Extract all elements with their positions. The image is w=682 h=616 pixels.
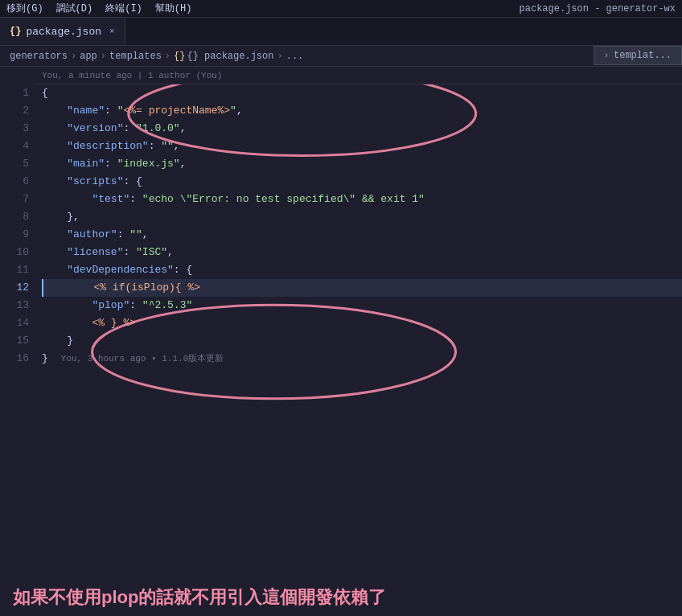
- line-num-11: 11: [0, 261, 29, 279]
- code-line-12: <% if(isPlop){ %>: [42, 279, 682, 297]
- breadcrumb-popup-text: templat...: [614, 50, 672, 61]
- line-num-6: 6: [0, 173, 29, 191]
- code-line-1: {: [42, 84, 682, 102]
- line-num-14: 14: [0, 314, 29, 332]
- line-num-1: 1: [0, 84, 29, 102]
- tab-label: package.json: [26, 26, 101, 38]
- breadcrumb-popup[interactable]: › templat...: [594, 46, 682, 65]
- tab-package-json[interactable]: {} package.json ×: [0, 18, 125, 45]
- line-num-16: 16: [0, 350, 29, 368]
- menu-goto[interactable]: 移到(G): [6, 2, 43, 15]
- code-line-5: "main": "index.js",: [42, 155, 682, 173]
- code-line-11: "devDependencies": {: [42, 261, 682, 279]
- line-numbers: 1 2 3 4 5 6 7 8 9 10 11 12 13 14 15 16: [0, 67, 35, 616]
- blame-author-line: You, a minute ago | 1 author (You): [35, 67, 682, 84]
- git-blame-inline: You, 3 hours ago • 1.1.0版本更新: [61, 350, 224, 368]
- menu-debug[interactable]: 調試(D): [56, 2, 93, 15]
- breadcrumb-sep-4: ›: [277, 51, 282, 62]
- editor-area: You, a minute ago | 1 author (You) 1 2 3…: [0, 67, 682, 616]
- code-line-7: "test": "echo \"Error: no test specified…: [42, 191, 682, 208]
- tab-close-button[interactable]: ×: [109, 27, 115, 36]
- code-content[interactable]: { "name": "<%= projectName%>", "version"…: [35, 67, 682, 616]
- code-line-2: "name": "<%= projectName%>",: [42, 102, 682, 120]
- breadcrumb-ellipsis[interactable]: ...: [286, 51, 304, 62]
- menu-help[interactable]: 幫助(H): [155, 2, 192, 15]
- breadcrumb-popup-arrow: ›: [604, 51, 609, 60]
- tab-json-icon: {}: [10, 26, 21, 37]
- line-num-7: 7: [0, 191, 29, 208]
- breadcrumb-app[interactable]: app: [80, 51, 97, 62]
- line-num-8: 8: [0, 208, 29, 226]
- code-line-13: "plop": "^2.5.3": [42, 297, 682, 314]
- breadcrumb-templates[interactable]: templates: [109, 51, 162, 62]
- breadcrumb-json-icon: {}: [174, 51, 185, 62]
- breadcrumb-sep-3: ›: [165, 51, 170, 62]
- breadcrumb-file[interactable]: {} package.json: [187, 51, 273, 62]
- line-num-5: 5: [0, 155, 29, 173]
- breadcrumb-sep-2: ›: [101, 51, 106, 62]
- bottom-annotation: 如果不使用plop的話就不用引入這個開發依賴了: [0, 579, 682, 616]
- code-line-9: "author": "",: [42, 226, 682, 244]
- line-num-12: 12: [0, 279, 29, 297]
- code-line-4: "description": "",: [42, 138, 682, 155]
- line-num-2: 2: [0, 102, 29, 120]
- line-num-10: 10: [0, 244, 29, 261]
- tab-bar: {} package.json ×: [0, 18, 682, 46]
- code-line-16: } You, 3 hours ago • 1.1.0版本更新: [42, 350, 682, 368]
- code-line-15: }: [42, 332, 682, 350]
- code-brace-open: {: [42, 84, 48, 102]
- breadcrumb-generators[interactable]: generators: [10, 51, 68, 62]
- code-line-6: "scripts": {: [42, 173, 682, 191]
- line-num-4: 4: [0, 138, 29, 155]
- line-num-3: 3: [0, 120, 29, 138]
- menu-terminal[interactable]: 終端(I): [105, 2, 142, 15]
- code-line-3: "version": "1.0.0",: [42, 120, 682, 138]
- breadcrumb-sep-1: ›: [71, 51, 76, 62]
- code-line-8: },: [42, 208, 682, 226]
- menu-bar: 移到(G) 調試(D) 終端(I) 幫助(H) package.json - g…: [0, 0, 682, 18]
- code-line-14: <% } %>: [42, 314, 682, 332]
- code-line-10: "license": "ISC",: [42, 244, 682, 261]
- line-num-13: 13: [0, 297, 29, 314]
- breadcrumb: generators › app › templates › {} {} pac…: [0, 46, 682, 67]
- window-title: package.json - generator-wx: [520, 3, 676, 14]
- line-num-9: 9: [0, 226, 29, 244]
- line-num-15: 15: [0, 332, 29, 350]
- annotation-text: 如果不使用plop的話就不用引入這個開發依賴了: [13, 587, 386, 607]
